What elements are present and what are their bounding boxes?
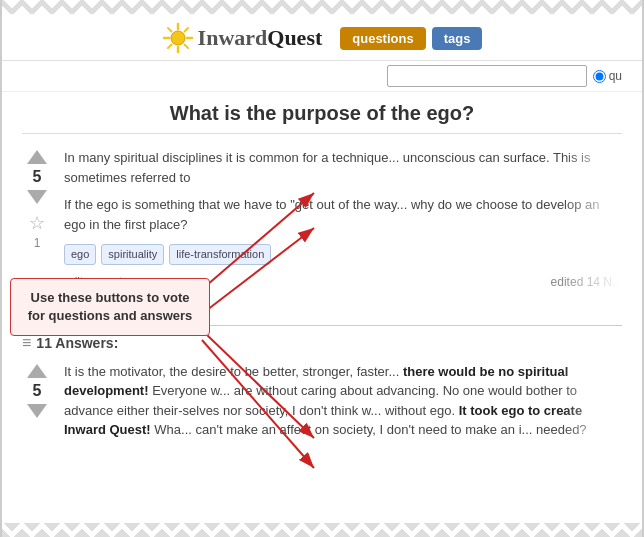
logo-text: InwardQuest bbox=[198, 25, 323, 51]
tag-ego[interactable]: ego bbox=[64, 244, 96, 265]
callout-text: Use these buttons to vote for questions … bbox=[28, 290, 193, 323]
tag-life-transformation[interactable]: life-transformation bbox=[169, 244, 271, 265]
list-icon: ≡ bbox=[22, 334, 31, 352]
tags-nav-button[interactable]: tags bbox=[432, 27, 483, 50]
tag-spirituality[interactable]: spirituality bbox=[101, 244, 164, 265]
svg-line-8 bbox=[168, 45, 172, 49]
question-text-1: In many spiritual disciplines it is comm… bbox=[64, 148, 622, 187]
answer-vote-down-button[interactable] bbox=[27, 404, 47, 418]
radio-qu: qu bbox=[593, 69, 622, 83]
answer-text: It is the motivator, the desire to be be… bbox=[64, 362, 622, 440]
answer-section: 5 It is the motivator, the desire to be … bbox=[22, 362, 622, 440]
question-title: What is the purpose of the ego? bbox=[22, 102, 622, 134]
search-input[interactable] bbox=[387, 65, 587, 87]
callout-box: Use these buttons to vote for questions … bbox=[10, 278, 210, 336]
answer-body: It is the motivator, the desire to be be… bbox=[64, 362, 622, 440]
svg-point-0 bbox=[171, 31, 185, 45]
question-star-count: 1 bbox=[34, 236, 41, 250]
answer-bold-text-1: there would be no spiritual development! bbox=[64, 364, 568, 399]
edited-text: edited 14 N... bbox=[551, 273, 622, 291]
question-vote-column: 5 ☆ 1 bbox=[22, 148, 52, 291]
question-vote-up-button[interactable] bbox=[27, 150, 47, 164]
answer-vote-count: 5 bbox=[33, 382, 42, 400]
sun-icon bbox=[162, 22, 194, 54]
svg-line-5 bbox=[168, 28, 172, 32]
question-vote-count: 5 bbox=[33, 168, 42, 186]
header: InwardQuest questions tags bbox=[2, 14, 642, 61]
question-body: In many spiritual disciplines it is comm… bbox=[64, 148, 622, 291]
tags-row: ego spirituality life-transformation bbox=[64, 244, 622, 265]
svg-line-7 bbox=[184, 28, 188, 32]
answer-bold-text-2: It took ego to create Inward Quest! bbox=[64, 403, 582, 438]
radio-questions[interactable] bbox=[593, 70, 606, 83]
answers-heading-text: 11 Answers: bbox=[36, 335, 118, 351]
torn-top-edge bbox=[2, 0, 642, 14]
question-text-2: If the ego is something that we have to … bbox=[64, 195, 622, 234]
question-favorite-star[interactable]: ☆ bbox=[29, 212, 45, 234]
question-section: 5 ☆ 1 In many spiritual disciplines it i… bbox=[22, 148, 622, 291]
question-vote-down-button[interactable] bbox=[27, 190, 47, 204]
logo: InwardQuest bbox=[162, 22, 323, 54]
answer-vote-column: 5 bbox=[22, 362, 52, 440]
main-content: What is the purpose of the ego? 5 ☆ 1 In… bbox=[2, 92, 642, 450]
answer-vote-up-button[interactable] bbox=[27, 364, 47, 378]
questions-nav-button[interactable]: questions bbox=[340, 27, 425, 50]
svg-line-6 bbox=[184, 45, 188, 49]
search-area: qu bbox=[2, 61, 642, 92]
nav-buttons: questions tags bbox=[340, 27, 482, 50]
torn-bottom-edge bbox=[2, 523, 642, 537]
answers-heading: ≡ 11 Answers: bbox=[22, 334, 622, 352]
page-wrapper: InwardQuest questions tags qu What is th… bbox=[0, 0, 644, 537]
